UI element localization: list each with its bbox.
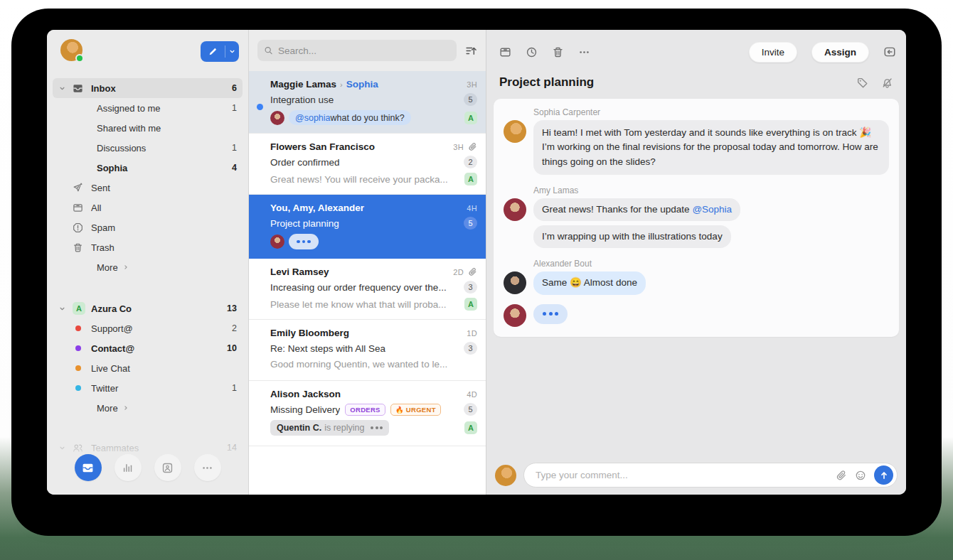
sidebar-item-sophia[interactable]: Sophia 4	[53, 158, 243, 178]
message-author: Alexander Bout	[533, 259, 889, 269]
emoji-button[interactable]	[855, 470, 866, 481]
conversation-item[interactable]: Alison Jackson 4D Missing Delivery ORDER…	[249, 381, 486, 446]
comment-input[interactable]	[536, 470, 828, 480]
conversation-list: Maggie Lamas › Sophia 3H Integration use…	[249, 30, 486, 495]
compose-button[interactable]	[201, 47, 225, 57]
nav-contacts-button[interactable]	[154, 454, 181, 481]
conversation-crumb: Sophia	[346, 79, 378, 90]
search-box[interactable]	[257, 40, 457, 61]
collapse-icon	[883, 45, 896, 58]
search-input[interactable]	[278, 45, 450, 56]
conversation-time: 2D	[453, 268, 464, 276]
archive-button[interactable]	[499, 46, 511, 58]
collapse-panel-button[interactable]	[883, 45, 896, 58]
archive-icon	[73, 203, 91, 213]
assignee-badge: A	[464, 298, 477, 311]
message-group: Alexander Bout Same 😄 Almost done	[504, 259, 889, 294]
sidebar-item-sent[interactable]: Sent	[53, 178, 243, 198]
assignee-badge: A	[464, 421, 477, 434]
sidebar-item-azura-co[interactable]: A Azura Co 13	[53, 298, 243, 318]
archive-icon	[499, 46, 511, 58]
user-avatar[interactable]	[60, 39, 82, 61]
mute-button[interactable]	[881, 77, 893, 89]
sort-button[interactable]	[465, 45, 477, 57]
snooze-button[interactable]	[526, 46, 538, 58]
app-window: Inbox 6 Assigned to me 1 Shared with me …	[47, 30, 906, 495]
message-group: Sophia Carpenter Hi team! I met with Tom…	[504, 107, 889, 175]
sidebar-item-contact[interactable]: Contact@ 10	[53, 338, 243, 358]
arrow-up-icon	[879, 470, 889, 480]
sidebar-item-live-chat[interactable]: Live Chat	[53, 358, 243, 378]
avatar	[270, 111, 284, 125]
assign-button[interactable]: Assign	[811, 42, 869, 63]
conversation-subject: Missing Delivery	[270, 404, 340, 415]
bell-slash-icon	[881, 77, 893, 89]
compose-split-button[interactable]	[201, 41, 239, 62]
message-author: Sophia Carpenter	[533, 107, 889, 117]
message-bubble: Same 😄 Almost done	[533, 271, 646, 294]
conversation-preview: Good morning Quentin, we wanted to le...	[270, 359, 447, 370]
clock-icon	[526, 46, 538, 58]
conversation-sender: Flowers San Francisco	[270, 141, 375, 152]
label-button[interactable]	[856, 77, 868, 89]
tag-icon	[856, 77, 868, 89]
sort-icon	[465, 45, 477, 57]
comment-input-container[interactable]	[523, 463, 898, 488]
chevron-right-icon: ›	[340, 80, 343, 89]
paperclip-icon	[468, 267, 477, 276]
sidebar-item-spam[interactable]: Spam	[53, 217, 243, 237]
compose-dropdown-button[interactable]	[225, 48, 239, 55]
tag-orders[interactable]: ORDERS	[345, 404, 385, 416]
conversation-subject: Order confirmed	[270, 157, 340, 168]
sidebar-item-twitter[interactable]: Twitter 1	[53, 378, 243, 398]
typing-indicator	[533, 304, 568, 324]
ellipsis-icon	[578, 46, 590, 58]
nav-more-button[interactable]	[194, 454, 221, 481]
sidebar-item-shared-with-me[interactable]: Shared with me	[53, 118, 243, 138]
conversation-item[interactable]: Emily Bloomberg 1D Re: Next steps with A…	[249, 320, 486, 381]
typing-indicator	[289, 234, 319, 249]
conversation-sender: Levi Ramsey	[270, 266, 329, 277]
conversation-time: 4D	[467, 390, 477, 399]
send-button[interactable]	[874, 465, 893, 485]
sidebar: Inbox 6 Assigned to me 1 Shared with me …	[47, 30, 249, 495]
conversation-time: 3H	[453, 143, 464, 151]
conversation-item[interactable]: Maggie Lamas › Sophia 3H Integration use…	[249, 71, 486, 134]
trash-button[interactable]	[552, 46, 564, 58]
inbox-icon	[73, 83, 91, 94]
paperclip-icon	[468, 142, 477, 151]
sidebar-item-discussions[interactable]: Discussions 1	[53, 138, 243, 158]
sidebar-item-assigned-to-me[interactable]: Assigned to me 1	[53, 98, 243, 118]
conversation-item[interactable]: Levi Ramsey 2D Increasing our order freq…	[249, 259, 486, 320]
thread-pane: Invite Assign Project planning Sophia Ca…	[486, 30, 906, 495]
chevron-down-icon[interactable]	[58, 85, 73, 92]
mention[interactable]: @Sophia	[692, 204, 732, 215]
sidebar-item-inbox[interactable]: Inbox 6	[53, 78, 243, 98]
sidebar-item-label: Inbox	[91, 83, 232, 94]
more-button[interactable]	[578, 46, 590, 58]
sidebar-inbox-more[interactable]: More	[53, 257, 243, 277]
conversation-subject: Project planning	[270, 218, 339, 229]
avatar	[504, 271, 526, 294]
attach-button[interactable]	[836, 470, 847, 481]
ellipsis-icon	[371, 426, 383, 429]
invite-button[interactable]: Invite	[749, 42, 797, 63]
sidebar-item-support[interactable]: Support@ 2	[53, 318, 243, 338]
inbox-icon	[82, 462, 94, 474]
conversation-subject: Increasing our order frequency over the.…	[270, 282, 447, 293]
message-group: Amy Lamas Great news! Thanks for the upd…	[504, 185, 889, 249]
conversation-time: 3H	[467, 80, 477, 89]
chevron-down-icon	[228, 48, 236, 55]
message-count-badge: 5	[464, 403, 477, 416]
nav-inbox-button[interactable]	[75, 454, 102, 481]
sidebar-item-all[interactable]: All	[53, 198, 243, 217]
sidebar-item-trash[interactable]: Trash	[53, 237, 243, 257]
conversation-item-selected[interactable]: You, Amy, Alexander 4H Project planning …	[249, 195, 486, 259]
conversation-item[interactable]: Flowers San Francisco 3H Order confirmed…	[249, 134, 486, 195]
chevron-down-icon[interactable]	[58, 305, 73, 313]
paper-plane-icon	[73, 183, 91, 193]
nav-analytics-button[interactable]	[115, 454, 142, 481]
tag-urgent[interactable]: 🔥 URGENT	[390, 404, 441, 416]
sidebar-org-more[interactable]: More	[53, 398, 243, 418]
thread-toolbar: Invite Assign	[486, 30, 906, 65]
